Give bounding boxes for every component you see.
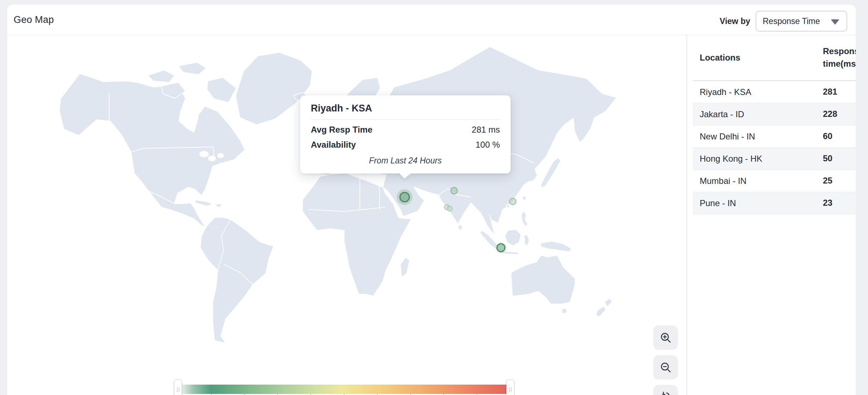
response-time-cell: 23 — [823, 197, 856, 209]
location-cell: Riyadh - KSA — [693, 87, 823, 97]
map-zoom-controls — [653, 325, 678, 395]
zoom-in-button[interactable] — [653, 325, 678, 350]
tooltip-metric-value: 100 % — [476, 140, 500, 150]
tooltip-divider — [311, 119, 500, 120]
legend-min-handle[interactable] — [174, 380, 182, 395]
locations-table-body: Riyadh - KSA281Jakarta - ID228New Delhi … — [693, 81, 856, 214]
location-cell: Pune - IN — [693, 198, 823, 208]
magnifier-plus-icon — [660, 332, 672, 344]
card-header: Geo Map View by Response Time — [7, 5, 856, 35]
table-row[interactable]: Hong Kong - HK50 — [693, 148, 856, 170]
map-marker[interactable] — [400, 192, 409, 202]
view-by-selected-value: Response Time — [763, 16, 820, 26]
legend-gradient-bar — [178, 385, 510, 394]
location-cell: Mumbai - IN — [693, 176, 823, 186]
geo-map-card: Geo Map View by Response Time — [7, 5, 856, 395]
handle-grip-icon — [509, 387, 510, 392]
handle-grip-icon — [179, 387, 179, 392]
legend-max-handle[interactable] — [506, 380, 514, 395]
location-cell: Jakarta - ID — [693, 109, 823, 119]
table-row[interactable]: Pune - IN23 — [693, 192, 856, 214]
table-row[interactable]: Mumbai - IN25 — [693, 170, 856, 192]
map-marker[interactable] — [447, 206, 452, 211]
table-row[interactable]: New Delhi - IN60 — [693, 125, 856, 148]
view-by-control: View by Response Time — [720, 11, 847, 32]
continents — [59, 47, 617, 343]
column-header-locations: Locations — [693, 53, 823, 63]
table-row[interactable]: Jakarta - ID228 — [693, 103, 856, 125]
view-by-label: View by — [720, 16, 750, 26]
response-time-cell: 50 — [823, 152, 856, 165]
table-row[interactable]: Riyadh - KSA281 — [693, 81, 856, 103]
tooltip-title: Riyadh - KSA — [311, 103, 500, 114]
response-time-cell: 228 — [823, 108, 856, 120]
response-time-legend: 02004006008001,0001,2001,4001,6001,8002,… — [178, 380, 510, 395]
geo-map-page: Geo Map View by Response Time — [0, 0, 868, 395]
response-time-cell: 25 — [823, 175, 856, 187]
locations-panel: Locations Response time(ms) Riyadh - KSA… — [687, 35, 856, 395]
tooltip-row: Avg Resp Time 281 ms — [311, 125, 500, 135]
world-map-svg — [7, 35, 686, 395]
map-tooltip: Riyadh - KSA Avg Resp Time 281 ms Availa… — [300, 95, 511, 173]
location-cell: Hong Kong - HK — [693, 154, 823, 164]
locations-table: Locations Response time(ms) Riyadh - KSA… — [693, 35, 856, 214]
view-by-dropdown[interactable]: Response Time — [756, 11, 847, 32]
response-time-cell: 281 — [823, 86, 856, 98]
map-marker[interactable] — [451, 187, 457, 194]
tooltip-row: Availability 100 % — [311, 140, 500, 150]
magnifier-reset-icon — [660, 391, 672, 395]
page-title: Geo Map — [14, 14, 54, 25]
handle-grip-icon — [511, 387, 512, 392]
locations-table-header: Locations Response time(ms) — [693, 35, 856, 81]
tooltip-metric-label: Availability — [311, 140, 356, 150]
chevron-down-icon — [831, 19, 839, 25]
map-marker[interactable] — [497, 244, 505, 252]
response-time-cell: 60 — [823, 130, 856, 143]
location-cell: New Delhi - IN — [693, 132, 823, 142]
zoom-reset-button[interactable] — [653, 385, 678, 395]
map-marker[interactable] — [510, 198, 516, 205]
column-header-response-time: Response time(ms) — [823, 45, 856, 70]
zoom-out-button[interactable] — [653, 355, 678, 380]
tooltip-metric-label: Avg Resp Time — [311, 125, 372, 135]
magnifier-minus-icon — [660, 361, 672, 373]
tooltip-footer: From Last 24 Hours — [311, 156, 500, 166]
tooltip-metric-value: 281 ms — [472, 125, 500, 135]
world-map-canvas[interactable]: Riyadh - KSA Avg Resp Time 281 ms Availa… — [7, 35, 686, 395]
handle-grip-icon — [177, 387, 178, 392]
